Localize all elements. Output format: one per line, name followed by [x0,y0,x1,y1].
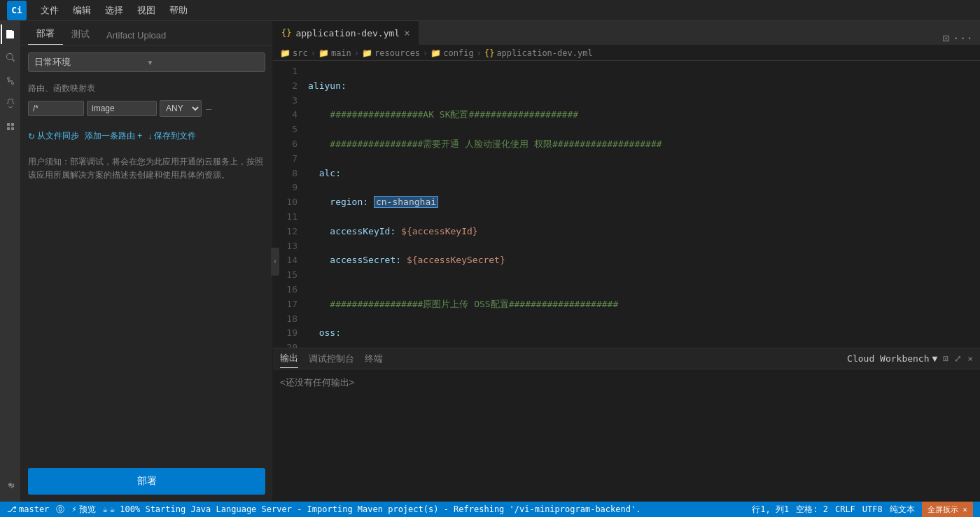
filetype-label: 纯文本 [890,504,915,516]
spaces-label: 空格: 2 [796,504,828,516]
route-section-title: 路由、函数映射表 [28,83,265,94]
deploy-section: 部署 [21,461,272,502]
save-icon: ↓ [148,132,152,141]
status-bar: ⎇ master ⓪ ⚡ 预览 ☕ ☕ 100% Starting Java L… [0,502,980,517]
editor-area: {} application-dev.yml × ⊡ ··· 📁 src › 📁… [273,21,980,502]
tab-deploy[interactable]: 部署 [28,23,63,45]
deploy-button[interactable]: 部署 [28,468,265,495]
activity-search[interactable] [1,48,20,67]
activity-files[interactable] [1,24,20,44]
tab-bar: {} application-dev.yml × ⊡ ··· [273,21,980,45]
menu-select[interactable]: 选择 [98,1,130,20]
activity-debug[interactable] [1,94,20,113]
breadcrumb-file[interactable]: {} application-dev.yml [484,48,593,58]
sidebar-tab-bar: 部署 测试 Artifact Upload [21,21,272,45]
tab-artifact[interactable]: Artifact Upload [98,26,174,45]
panel-dropdown[interactable]: Cloud Workbench ▼ [847,353,937,364]
sidebar-content: 日常环境 ▼ 路由、函数映射表 ANY GET POST — [21,45,272,502]
route-handler-input[interactable] [87,101,157,116]
java-status-text: ☕ 100% Starting Java Language Server - I… [110,504,641,514]
panel-dropdown-label: Cloud Workbench [847,353,929,364]
bottom-panel: 输出 调试控制台 终端 Cloud Workbench ▼ ⊡ ⤢ × [273,348,980,502]
sidebar: 部署 测试 Artifact Upload 日常环境 ▼ 路由、函数映射表 AN… [21,21,273,502]
route-method-select[interactable]: ANY GET POST [160,100,202,117]
folder-icon: 📁 [280,48,290,58]
app-logo: Ci [7,1,27,20]
info-text: 用户须知：部署调试，将会在您为此应用开通的云服务上，按照该应用所属解决方案的描述… [28,155,265,182]
sync-button[interactable]: ↻ 从文件同步 [28,127,79,145]
panel-tab-terminal[interactable]: 终端 [365,350,383,368]
git-branch[interactable]: ⎇ master [7,504,49,514]
clear-output-icon[interactable]: ⊡ [943,353,948,364]
menu-help[interactable]: 帮助 [162,1,195,20]
warning-text: 全屏扳示 × [927,504,967,515]
tab-close-icon[interactable]: × [404,27,410,38]
route-table: ANY GET POST — [28,100,265,117]
git-branch-label: master [19,504,49,514]
json-file-icon: {} [484,48,494,58]
panel-content: <还没有任何输出> [273,369,980,502]
line-ending[interactable]: CRLF [835,504,855,514]
tab-filename: application-dev.yml [295,28,400,38]
editor-tab-active[interactable]: {} application-dev.yml × [273,21,419,45]
java-status[interactable]: ☕ ☕ 100% Starting Java Language Server -… [103,504,641,514]
activity-bar [0,21,21,502]
panel-tabs: 输出 调试控制台 终端 Cloud Workbench ▼ ⊡ ⤢ × [273,348,980,369]
line-numbers: 12345 678910 1112131415 1617181920 21 [273,64,304,344]
sync-icon: ↻ [28,132,35,141]
maximize-panel-icon[interactable]: ⤢ [954,353,962,364]
env-label: 日常环境 [34,56,147,69]
main-layout: 部署 测试 Artifact Upload 日常环境 ▼ 路由、函数映射表 AN… [0,21,980,502]
folder-icon: 📁 [430,48,441,58]
code-editor[interactable]: 12345 678910 1112131415 1617181920 21 al… [273,61,980,348]
panel-tab-output[interactable]: 输出 [280,349,298,368]
tab-test[interactable]: 测试 [63,24,98,45]
utf8-label: UTF8 [862,504,883,514]
sync-status[interactable]: ⓪ [56,504,64,516]
indentation[interactable]: 空格: 2 [796,504,828,516]
cursor-position[interactable]: 行1, 列1 [752,504,789,516]
chevron-down-icon: ▼ [932,353,938,364]
breadcrumb-main[interactable]: 📁 main [318,48,351,58]
save-button[interactable]: ↓ 保存到文件 [148,127,196,145]
preview-status[interactable]: ⚡ 预览 [71,504,95,516]
chevron-down-icon: ▼ [147,59,260,66]
encoding-format[interactable]: UTF8 [862,504,883,514]
folder-icon: 📁 [362,48,372,58]
menu-file[interactable]: 文件 [34,1,66,20]
activity-git[interactable] [1,71,20,90]
status-right: 行1, 列1 空格: 2 CRLF UTF8 纯文本 全屏扳示 × [752,502,973,517]
preview-label: 预览 [79,504,96,516]
panel-tab-actions: Cloud Workbench ▼ ⊡ ⤢ × [847,353,973,364]
tab-actions: ⊡ ··· [942,31,980,45]
output-text: <还没有任何输出> [280,377,354,388]
file-type[interactable]: 纯文本 [890,504,915,516]
code-content: aliyun: #################AK SK配置########… [304,64,980,344]
panel-tab-debug[interactable]: 调试控制台 [309,350,354,368]
add-route-button[interactable]: 添加一条路由 + [85,127,142,145]
breadcrumb-src[interactable]: 📁 src [280,48,308,58]
breadcrumb-resources[interactable]: 📁 resources [362,48,420,58]
split-editor-icon[interactable]: ⊡ [942,31,949,45]
java-icon: ☕ [103,504,108,514]
activity-extensions[interactable] [1,117,20,136]
tab-file-icon: {} [281,28,291,38]
route-delete-icon[interactable]: — [204,103,213,114]
more-actions-icon[interactable]: ··· [953,31,973,45]
breadcrumb-config[interactable]: 📁 config [430,48,473,58]
preview-icon: ⚡ [71,504,76,514]
env-dropdown[interactable]: 日常环境 ▼ [28,52,265,72]
route-row: ANY GET POST — [28,100,265,117]
close-panel-icon[interactable]: × [967,353,973,364]
route-path-input[interactable] [28,101,84,116]
folder-icon: 📁 [318,48,329,58]
menu-view[interactable]: 视图 [130,1,162,20]
git-branch-icon: ⎇ [7,504,17,514]
breadcrumb: 📁 src › 📁 main › 📁 resources › 📁 config … [273,45,980,61]
activity-settings[interactable] [1,475,20,495]
fullscreen-warning[interactable]: 全屏扳示 × [922,502,973,517]
sync-count-icon: ⓪ [56,504,64,516]
menu-edit[interactable]: 编辑 [66,1,98,20]
action-buttons: ↻ 从文件同步 添加一条路由 + ↓ 保存到文件 [28,127,265,145]
sidebar-collapse-handle[interactable]: ‹ [271,248,279,276]
